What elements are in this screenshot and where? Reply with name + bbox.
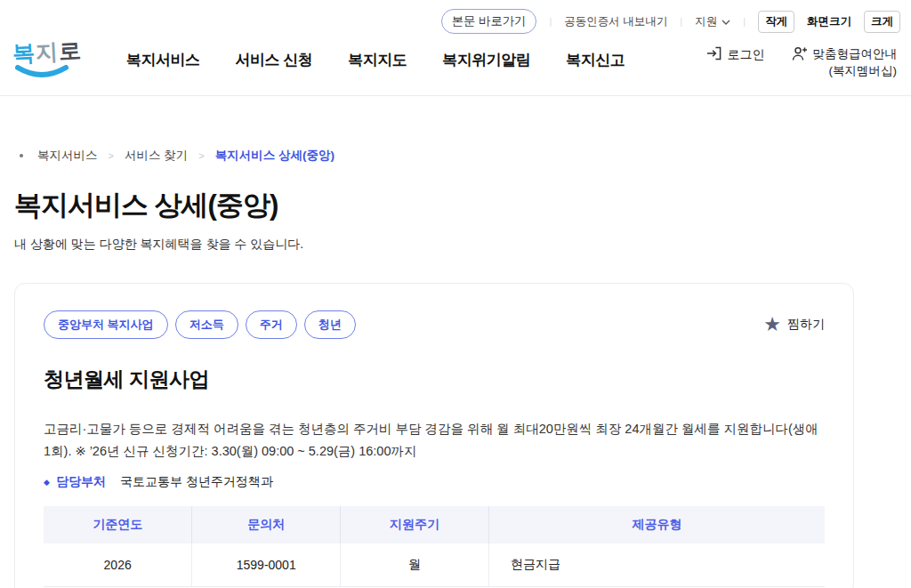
header-contact: 문의처 xyxy=(192,506,341,544)
breadcrumb-item-welfare-services[interactable]: 복지서비스 xyxy=(37,148,98,164)
divider: | xyxy=(680,16,682,27)
support-dropdown[interactable]: 지원 xyxy=(695,14,730,29)
divider: | xyxy=(549,16,552,27)
tag-low-income[interactable]: 저소득 xyxy=(175,310,238,339)
person-plus-icon xyxy=(792,46,808,65)
cell-contact: 1599-0001 xyxy=(192,544,341,587)
main-content: 복지서비스 > 서비스 찾기 > 복지서비스 상세(중앙) 복지서비스 상세(중… xyxy=(0,148,911,588)
skip-to-content-button[interactable]: 본문 바로가기 xyxy=(441,9,537,34)
service-detail-card: 중앙부처 복지사업 저소득 주거 청년 ★ 찜하기 청년월세 지원사업 고금리·… xyxy=(14,283,854,588)
nav-item-welfare-crisis-alert[interactable]: 복지위기알림 xyxy=(442,50,530,70)
favorite-button[interactable]: ★ 찜하기 xyxy=(763,315,825,334)
chevron-right-icon: > xyxy=(198,150,204,161)
divider: | xyxy=(743,16,746,27)
font-smaller-button[interactable]: 작게 xyxy=(758,11,794,33)
header-provision-type: 제공유형 xyxy=(488,506,825,544)
breadcrumb-home-dot xyxy=(20,154,23,157)
membership-guide-button[interactable]: 맞춤형급여안내 (복지멤버십) xyxy=(792,46,898,78)
nav-item-welfare-map[interactable]: 복지지도 xyxy=(348,50,407,70)
tag-youth[interactable]: 청년 xyxy=(304,310,356,339)
cell-provision-type: 현금지급 xyxy=(488,544,825,587)
cell-base-year: 2026 xyxy=(44,544,192,587)
support-dropdown-label: 지원 xyxy=(695,14,717,29)
tag-list: 중앙부처 복지사업 저소득 주거 청년 xyxy=(44,310,356,339)
bokjiro-logo[interactable]: 복지로 xyxy=(12,37,98,83)
card-top-row: 중앙부처 복지사업 저소득 주거 청년 ★ 찜하기 xyxy=(44,310,825,339)
membership-line2: (복지멤버십) xyxy=(829,64,898,77)
logo-char-3: 로 xyxy=(58,37,82,63)
chevron-down-icon xyxy=(722,15,730,28)
logo-text: 복지로 xyxy=(12,36,83,68)
tag-central-gov-welfare[interactable]: 중앙부처 복지사업 xyxy=(44,310,168,339)
membership-line1: 맞춤형급여안내 xyxy=(813,47,898,60)
nav-item-welfare-services[interactable]: 복지서비스 xyxy=(126,50,200,70)
cert-export-link[interactable]: 공동인증서 내보내기 xyxy=(564,14,667,29)
nav-item-welfare-report[interactable]: 복지신고 xyxy=(566,50,625,70)
breadcrumb-item-current: 복지서비스 상세(중앙) xyxy=(215,148,335,164)
login-icon xyxy=(706,46,722,63)
breadcrumb-item-find-service[interactable]: 서비스 찾기 xyxy=(125,148,188,164)
main-nav: 복지서비스 서비스 신청 복지지도 복지위기알림 복지신고 xyxy=(126,50,625,70)
header-support-cycle: 지원주기 xyxy=(341,506,489,544)
font-larger-button[interactable]: 크게 xyxy=(864,11,900,33)
membership-guide-text: 맞춤형급여안내 (복지멤버십) xyxy=(813,46,898,78)
logo-char-2: 지 xyxy=(35,38,59,64)
logo-char-1: 복 xyxy=(12,40,36,66)
department-row: ◆ 담당부처 국토교통부 청년주거정책과 xyxy=(44,474,825,490)
table-row: 2026 1599-0001 월 현금지급 xyxy=(44,544,825,587)
page-subtitle: 내 상황에 맞는 다양한 복지혜택을 찾을 수 있습니다. xyxy=(14,237,854,253)
table-header-row: 기준연도 문의처 지원주기 제공유형 xyxy=(44,506,825,544)
favorite-label: 찜하기 xyxy=(787,317,825,333)
service-info-table: 기준연도 문의처 지원주기 제공유형 2026 1599-0001 월 현금지급 xyxy=(44,506,825,587)
cell-support-cycle: 월 xyxy=(341,544,489,587)
service-description: 고금리·고물가 등으로 경제적 어려움을 겪는 청년층의 주거비 부담 경감을 … xyxy=(44,418,825,462)
header-base-year: 기준연도 xyxy=(44,506,192,544)
login-button[interactable]: 로그인 xyxy=(706,46,765,63)
login-label: 로그인 xyxy=(728,47,765,63)
star-icon: ★ xyxy=(763,315,781,334)
header: 복지로 복지서비스 서비스 신청 복지지도 복지위기알림 복지신고 로그인 맞춤… xyxy=(0,36,911,96)
screen-size-label: 화면크기 xyxy=(807,14,851,29)
department-label: 담당부처 xyxy=(56,474,106,490)
page-title: 복지서비스 상세(중앙) xyxy=(14,187,854,224)
utility-bar: 본문 바로가기 | 공동인증서 내보내기 | 지원 | 작게 화면크기 크게 xyxy=(0,0,911,36)
diamond-bullet-icon: ◆ xyxy=(44,478,50,487)
department-value: 국토교통부 청년주거정책과 xyxy=(120,474,273,490)
nav-item-service-apply[interactable]: 서비스 신청 xyxy=(236,50,313,70)
chevron-right-icon: > xyxy=(109,150,114,161)
breadcrumb: 복지서비스 > 서비스 찾기 > 복지서비스 상세(중앙) xyxy=(14,148,854,164)
header-right: 로그인 맞춤형급여안내 (복지멤버십) xyxy=(706,41,898,78)
service-title: 청년월세 지원사업 xyxy=(44,366,825,393)
tag-housing[interactable]: 주거 xyxy=(246,310,297,339)
